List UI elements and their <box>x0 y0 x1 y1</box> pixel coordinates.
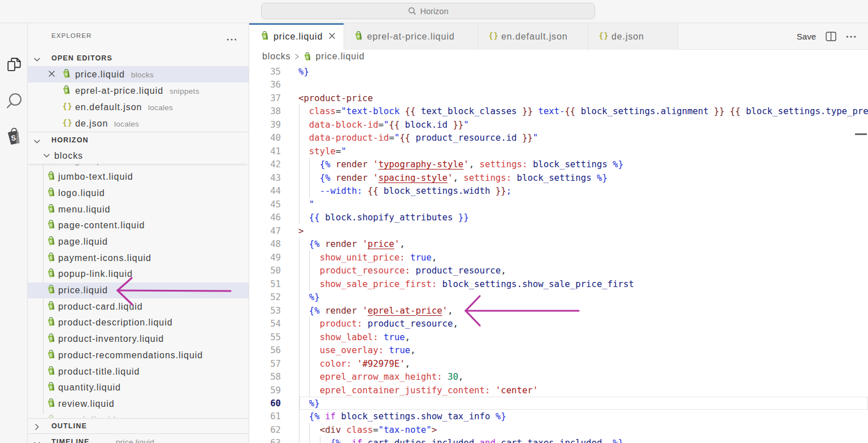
tree-item-product-card.liquid[interactable]: S product-card.liquid <box>28 298 249 315</box>
svg-text:S: S <box>49 402 53 406</box>
project-section-header[interactable]: HORIZON <box>28 132 249 148</box>
svg-text:{: { <box>489 31 493 40</box>
code-line-47[interactable]: 47> <box>249 224 868 237</box>
explorer-more-actions-button[interactable] <box>227 33 237 44</box>
code-line-55[interactable]: 55 show_label: true, <box>249 331 868 344</box>
line-number: 63 <box>249 436 281 443</box>
liquid-file-icon: S <box>303 52 311 61</box>
tree-item-price.liquid[interactable]: S price.liquid <box>28 283 249 299</box>
close-tab-button[interactable] <box>328 32 336 42</box>
tree-item-review.liquid[interactable]: S review.liquid <box>28 396 249 412</box>
tree-item-payment-icons.liquid[interactable]: S payment-icons.liquid <box>28 250 249 266</box>
tree-item-quantity.liquid[interactable]: S quantity.liquid <box>28 380 249 396</box>
liquid-file-icon: S <box>47 382 55 392</box>
explorer-activity-button[interactable] <box>0 56 28 73</box>
tab-de.json[interactable]: {} de.json <box>588 23 678 50</box>
close-editor-button[interactable] <box>48 70 55 80</box>
code-line-42[interactable]: 42 {% render 'typography-style', setting… <box>249 158 868 171</box>
tree-item-product-inventory.liquid[interactable]: S product-inventory.liquid <box>28 331 249 348</box>
tab-label: en.default.json <box>501 32 568 42</box>
outline-section-header[interactable]: OUTLINE <box>28 419 249 433</box>
code-line-50[interactable]: 50 product_resource: product_resource, <box>249 264 868 277</box>
svg-text:S: S <box>49 337 53 341</box>
file-label: product-card.liquid <box>58 302 143 312</box>
code-line-58[interactable]: 58 eprel_arrow_max_height: 30, <box>249 370 868 383</box>
code-text: " <box>298 198 314 211</box>
tree-item-menu.liquid[interactable]: S menu.liquid <box>28 201 249 218</box>
code-line-60[interactable]: 60 %} <box>249 397 868 410</box>
code-line-46[interactable]: 46 {{ block.shopify_attributes }} <box>249 211 868 224</box>
code-line-44[interactable]: 44 --width: {{ block_settings.width }}; <box>249 184 868 197</box>
more-actions-button[interactable] <box>846 35 856 38</box>
file-label: price.liquid <box>75 70 125 80</box>
tree-item-product-recommendations.liquid[interactable]: S product-recommendations.liquid <box>28 348 249 364</box>
search-activity-button[interactable] <box>0 92 28 111</box>
line-number: 36 <box>249 78 281 91</box>
code-line-39[interactable]: 39 data-block-id="{{ block.id }}" <box>249 118 868 131</box>
line-number: 54 <box>249 317 281 330</box>
code-editor[interactable]: 35%}3637<product-price38 class="text-blo… <box>249 65 868 443</box>
tree-item-product-title.liquid[interactable]: S product-title.liquid <box>28 363 249 380</box>
section-chevron <box>33 55 41 65</box>
file-label: product-recommendations.liquid <box>58 350 203 361</box>
breadcrumb-item-folder[interactable]: blocks <box>262 51 290 62</box>
line-number: 39 <box>249 118 281 131</box>
code-line-36[interactable]: 36 <box>249 78 868 91</box>
open-editor-item-price.liquid[interactable]: S price.liquid blocks <box>28 66 249 82</box>
code-line-63[interactable]: 63 {% if cart_duties_included and cart_t… <box>249 436 868 443</box>
json-file-icon: {} <box>62 102 72 110</box>
line-number: 35 <box>249 65 281 78</box>
liquid-file-icon: S <box>47 333 55 343</box>
open-editor-item-eprel-at-price.liquid[interactable]: S eprel-at-price.liquid snippets <box>28 82 249 99</box>
breadcrumb-item-file[interactable]: price.liquid <box>315 51 364 62</box>
code-text: <product-price <box>298 92 373 105</box>
line-number: 56 <box>249 344 281 357</box>
open-editors-section-header[interactable]: OPEN EDITORS <box>28 50 249 66</box>
chevron-right-icon <box>33 423 41 431</box>
code-line-43[interactable]: 43 {% render 'spacing-style', settings: … <box>249 171 868 184</box>
code-line-49[interactable]: 49 show_unit_price: true, <box>249 251 868 264</box>
code-line-62[interactable]: 62 <div class="tax-note"> <box>249 423 868 436</box>
code-line-37[interactable]: 37<product-price <box>249 92 868 105</box>
code-line-59[interactable]: 59 eprel_container_justify_content: 'cen… <box>249 384 868 397</box>
code-line-35[interactable]: 35%} <box>249 65 868 78</box>
file-label: jumbo-text.liquid <box>58 172 133 182</box>
sidebar-title: EXPLORER <box>51 32 92 39</box>
ellipsis-icon <box>227 38 237 41</box>
tree-item-page-content.liquid[interactable]: S page-content.liquid <box>28 218 249 234</box>
code-line-54[interactable]: 54 product: product_resource, <box>249 317 868 330</box>
code-line-51[interactable]: 51 show_sale_price_first: block_settings… <box>249 277 868 290</box>
svg-text:S: S <box>49 288 53 293</box>
tree-item-logo.liquid[interactable]: S logo.liquid <box>28 185 249 202</box>
code-line-38[interactable]: 38 class="text-block {{ text_block_class… <box>249 105 868 118</box>
code-line-53[interactable]: 53 {% render 'eprel-at-price', <box>249 304 868 317</box>
open-editor-item-en.default.json[interactable]: {} en.default.json locales <box>28 99 249 115</box>
code-line-40[interactable]: 40 data-product-id="{{ product_resource.… <box>249 131 868 144</box>
liquid-file-icon: S <box>47 349 55 359</box>
code-line-41[interactable]: 41 style=" <box>249 145 868 158</box>
line-number: 48 <box>249 237 281 250</box>
folder-chevron <box>43 151 50 161</box>
command-center-search[interactable]: Horizon <box>261 3 595 19</box>
tab-price.liquid[interactable]: S price.liquid <box>249 23 344 50</box>
json-file-icon: {} <box>62 118 72 127</box>
tree-item-page.liquid[interactable]: S page.liquid <box>28 234 249 250</box>
code-line-57[interactable]: 57 color: '#92979E', <box>249 357 868 370</box>
tab-eprel-at-price.liquid[interactable]: S eprel-at-price.liquid <box>344 23 479 50</box>
split-editor-button[interactable] <box>826 32 836 41</box>
code-line-56[interactable]: 56 use_overlay: true, <box>249 344 868 357</box>
shopify-activity-button[interactable]: S <box>0 127 28 147</box>
code-line-61[interactable]: 61 {% if block_settings.show_tax_info %} <box>249 410 868 423</box>
code-line-45[interactable]: 45 " <box>249 198 868 211</box>
save-button[interactable]: Save <box>797 32 816 41</box>
timeline-section-header[interactable]: TIMELINE price.liquid <box>28 433 249 443</box>
tree-folder-blocks[interactable]: blocks <box>28 147 249 164</box>
code-line-52[interactable]: 52 %} <box>249 290 868 303</box>
tab-en.default.json[interactable]: {} en.default.json <box>478 23 588 50</box>
code-line-48[interactable]: 48 {% render 'price', <box>249 237 868 250</box>
code-text: data-product-id="{{ product_resource.id … <box>298 131 538 144</box>
tree-item-product-description.liquid[interactable]: S product-description.liquid <box>28 315 249 331</box>
tree-item-popup-link.liquid[interactable]: S popup-link.liquid <box>28 266 249 283</box>
open-editor-item-de.json[interactable]: {} de.json locales <box>28 115 249 132</box>
tree-item-jumbo-text.liquid[interactable]: S jumbo-text.liquid <box>28 169 249 185</box>
